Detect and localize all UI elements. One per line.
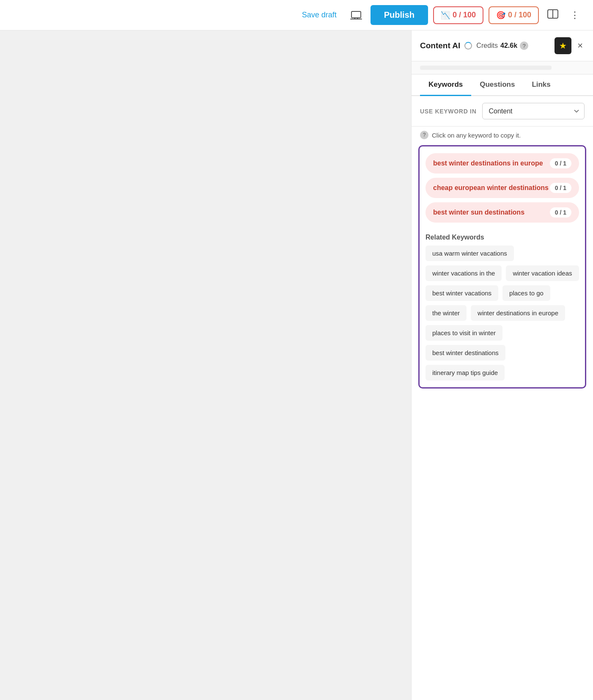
editor-area[interactable]	[0, 30, 411, 700]
related-keyword-tag-6[interactable]: winter destinations in europe	[471, 305, 565, 321]
publish-button[interactable]: Publish	[371, 5, 428, 25]
close-sidebar-button[interactable]: ×	[576, 39, 585, 53]
seo-score-value: 0 / 100	[453, 11, 476, 19]
keyword-count-badge-0: 0 / 1	[550, 158, 571, 168]
related-keywords-label: Related Keywords	[426, 227, 579, 245]
keyword-count-badge-1: 0 / 1	[550, 183, 571, 193]
primary-keyword-item-1[interactable]: cheap european winter destinations 0 / 1	[426, 178, 579, 198]
content-score-button[interactable]: 🎯 0 / 100	[489, 6, 539, 24]
svg-rect-0	[351, 11, 361, 18]
primary-keyword-text-1: cheap european winter destinations	[433, 184, 549, 192]
laptop-icon	[350, 10, 362, 20]
tab-keywords[interactable]: Keywords	[420, 74, 471, 96]
credits-value: 42.6k	[500, 42, 517, 50]
related-keyword-tag-4[interactable]: places to go	[502, 285, 550, 301]
keyword-in-select[interactable]: Content Title Meta Description	[482, 103, 585, 119]
credits-label: Credits	[476, 42, 498, 50]
related-keyword-tag-7[interactable]: places to visit in winter	[426, 325, 502, 341]
keyword-in-row: USE KEYWORD IN Content Title Meta Descri…	[412, 96, 593, 127]
keyword-count-badge-2: 0 / 1	[550, 207, 571, 218]
related-keywords-grid: usa warm winter vacations winter vacatio…	[426, 245, 579, 380]
star-icon: ★	[559, 41, 567, 51]
content-score-icon: 🎯	[496, 11, 505, 20]
tabs-row: Keywords Questions Links	[412, 74, 593, 96]
keyword-in-label: USE KEYWORD IN	[420, 108, 476, 115]
primary-keyword-item-0[interactable]: best winter destinations in europe 0 / 1	[426, 153, 579, 174]
seo-score-button[interactable]: 📉 0 / 100	[433, 6, 483, 24]
sidebar-header: Content AI Credits 42.6k ? ★ ×	[412, 30, 593, 61]
related-keyword-tag-8[interactable]: best winter destinations	[426, 345, 505, 361]
sidebar-top-partial	[412, 61, 593, 74]
related-keyword-tag-3[interactable]: best winter vacations	[426, 285, 498, 301]
hint-icon: ?	[420, 131, 428, 139]
related-keyword-tag-9[interactable]: itinerary map tips guide	[426, 365, 505, 380]
more-options-button[interactable]: ⋮	[567, 6, 583, 24]
copy-hint-text: Click on any keyword to copy it.	[432, 132, 521, 139]
split-view-icon	[547, 9, 558, 19]
tab-links[interactable]: Links	[523, 74, 559, 96]
star-button[interactable]: ★	[555, 37, 571, 54]
sidebar-content[interactable]: best winter destinations in europe 0 / 1…	[412, 145, 593, 700]
toolbar: Save draft Publish 📉 0 / 100 🎯 0 / 100 ⋮	[0, 0, 593, 30]
related-keyword-tag-5[interactable]: the winter	[426, 305, 467, 321]
main-area: Content AI Credits 42.6k ? ★ × Keywords	[0, 30, 593, 700]
right-sidebar: Content AI Credits 42.6k ? ★ × Keywords	[411, 30, 593, 700]
save-draft-button[interactable]: Save draft	[297, 7, 342, 23]
split-view-button[interactable]	[544, 6, 562, 25]
primary-keyword-text-0: best winter destinations in europe	[433, 160, 543, 167]
related-keyword-tag-2[interactable]: winter vacation ideas	[506, 265, 579, 281]
related-keyword-tag-1[interactable]: winter vacations in the	[426, 265, 502, 281]
tab-questions[interactable]: Questions	[471, 74, 523, 96]
primary-keyword-item-2[interactable]: best winter sun destinations 0 / 1	[426, 202, 579, 223]
content-score-value: 0 / 100	[508, 11, 531, 19]
keywords-section: best winter destinations in europe 0 / 1…	[418, 145, 586, 389]
sidebar-header-left: Content AI Credits 42.6k ?	[420, 41, 528, 50]
credits-help-icon[interactable]: ?	[520, 41, 528, 50]
credits-area: Credits 42.6k ?	[476, 41, 528, 50]
content-ai-title: Content AI	[420, 41, 460, 50]
seo-score-icon: 📉	[441, 11, 450, 20]
laptop-preview-button[interactable]	[347, 7, 365, 24]
loading-spinner-icon	[464, 42, 472, 50]
copy-hint: ? Click on any keyword to copy it.	[412, 127, 593, 145]
more-dots-icon: ⋮	[570, 10, 579, 20]
related-keyword-tag-0[interactable]: usa warm winter vacations	[426, 245, 514, 261]
primary-keyword-text-2: best winter sun destinations	[433, 209, 524, 216]
